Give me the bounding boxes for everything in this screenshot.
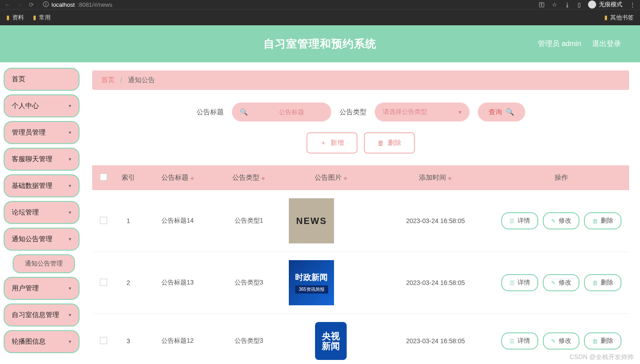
sidebar-item-carousel[interactable]: 轮播图信息▾ (4, 330, 80, 353)
title-input[interactable] (252, 108, 331, 116)
cell-type: 公告类型3 (213, 252, 285, 314)
detail-button[interactable]: ☰详情 (501, 274, 538, 291)
chevron-down-icon: ▾ (69, 183, 71, 189)
address-url[interactable]: ⓘ localhost:8081/#/news (43, 0, 113, 9)
reload-icon[interactable]: ⟳ (29, 1, 34, 8)
chevron-down-icon: ▾ (69, 103, 71, 109)
star-icon[interactable]: ☆ (552, 1, 557, 8)
table-row: 2 公告标题13 公告类型3 时政新闻365资讯简报 2023-03-24 16… (92, 252, 629, 314)
breadcrumb-home[interactable]: 首页 (101, 76, 115, 84)
edit-icon: ✎ (551, 218, 556, 224)
sidebar-item-forum[interactable]: 论坛管理▾ (4, 201, 80, 224)
col-time[interactable]: 添加时间◆ (377, 165, 494, 190)
search-icon: 🔍 (506, 108, 514, 116)
sidebar-item-label: 轮播图信息 (12, 337, 46, 346)
folder-icon: ▮ (6, 14, 9, 21)
browser-address-bar: ← → ⟳ ⓘ localhost:8081/#/news ⚿ ☆ ⭳ ▯ 无痕… (0, 0, 640, 9)
sidebar-item-label: 首页 (12, 75, 25, 84)
cell-image: NEWS (289, 198, 334, 243)
bookmarks-bar: ▮资料 ▮常用 ▮其他书签 (0, 9, 640, 25)
trash-icon: 🗑 (592, 218, 598, 224)
incognito-indicator: 无痕模式 (588, 0, 622, 9)
url-host: localhost (52, 1, 75, 8)
forward-icon[interactable]: → (17, 1, 23, 8)
detail-button[interactable]: ☰详情 (501, 332, 538, 350)
edit-button[interactable]: ✎修改 (543, 274, 579, 291)
row-checkbox[interactable] (100, 279, 107, 286)
sort-icon: ◆ (190, 175, 194, 181)
sidebar-subitem-notice-mgmt[interactable]: 通知公告管理 (13, 254, 75, 273)
sort-icon: ◆ (344, 175, 347, 181)
col-index: 索引 (115, 165, 142, 190)
sidebar-item-admin[interactable]: 管理员管理▾ (4, 121, 80, 144)
download-icon[interactable]: ⭳ (565, 1, 570, 8)
bookmark-folder[interactable]: ▮常用 (33, 14, 51, 22)
app-title: 自习室管理和预约系统 (264, 37, 376, 51)
sidebar-item-chat[interactable]: 客服聊天管理▾ (4, 148, 80, 171)
bookmark-label: 常用 (39, 14, 51, 22)
main-content: 首页 / 通知公告 公告标题 🔍 公告类型 请选择公告类型 ▾ 查询 🔍 ＋新增… (81, 62, 640, 364)
select-all-checkbox[interactable] (100, 173, 107, 181)
edit-button[interactable]: ✎修改 (543, 212, 579, 229)
query-label: 查询 (489, 108, 502, 117)
sidebar-item-user[interactable]: 用户管理▾ (4, 277, 80, 300)
type-select[interactable]: 请选择公告类型 ▾ (375, 103, 470, 121)
search-icon: 🔍 (240, 108, 248, 116)
cell-title: 公告标题13 (142, 252, 213, 314)
trash-icon: 🗑 (377, 139, 384, 147)
sidebar-item-home[interactable]: 首页 (4, 68, 80, 91)
col-title[interactable]: 公告标题◆ (142, 165, 213, 190)
select-placeholder: 请选择公告类型 (383, 108, 427, 116)
sidebar-item-label: 自习室信息管理 (12, 311, 59, 319)
sidebar-item-label: 通知公告管理 (12, 235, 52, 243)
bookmark-other[interactable]: ▮其他书签 (604, 14, 634, 22)
sort-icon: ◆ (448, 175, 452, 181)
sidebar-item-basedata[interactable]: 基础数据管理▾ (4, 174, 80, 197)
sidebar-item-label: 客服聊天管理 (12, 155, 52, 163)
folder-icon: ▮ (604, 14, 607, 21)
back-icon[interactable]: ← (5, 1, 10, 8)
row-delete-button[interactable]: 🗑删除 (584, 212, 621, 229)
cell-type: 公告类型3 (213, 314, 285, 364)
sidebar-item-room[interactable]: 自习室信息管理▾ (4, 303, 80, 327)
chevron-down-icon: ▾ (458, 108, 461, 116)
detail-button[interactable]: ☰详情 (501, 212, 538, 229)
chevron-down-icon: ▾ (69, 156, 71, 162)
sort-icon: ◆ (261, 175, 265, 181)
table-row: 3 公告标题12 公告类型3 央视 新闻 2023-03-24 16:58:05… (92, 314, 629, 364)
edit-button[interactable]: ✎修改 (543, 332, 579, 350)
cell-title: 公告标题12 (142, 314, 213, 364)
breadcrumb-current: 通知公告 (128, 76, 155, 84)
query-button[interactable]: 查询 🔍 (478, 103, 525, 121)
app-header: 自习室管理和预约系统 管理员 admin 退出登录 (0, 25, 640, 62)
add-button[interactable]: ＋新增 (306, 132, 358, 154)
bookmark-folder[interactable]: ▮资料 (6, 14, 24, 22)
row-checkbox[interactable] (100, 337, 107, 344)
trash-icon: 🗑 (592, 338, 598, 345)
edit-icon: ✎ (551, 280, 556, 286)
search-input-title[interactable]: 🔍 (232, 103, 331, 121)
breadcrumb-sep: / (120, 76, 122, 84)
reader-icon[interactable]: ▯ (578, 1, 581, 8)
sidebar-item-label: 用户管理 (12, 284, 39, 293)
row-delete-button[interactable]: 🗑删除 (584, 274, 621, 291)
col-type[interactable]: 公告类型◆ (213, 165, 285, 190)
incognito-label: 无痕模式 (599, 0, 622, 9)
chevron-down-icon: ▾ (69, 130, 71, 135)
delete-button[interactable]: 🗑删除 (364, 132, 415, 154)
cell-time: 2023-03-24 16:58:05 (377, 314, 494, 364)
edit-icon: ✎ (551, 338, 556, 345)
cell-index: 2 (115, 252, 142, 314)
sidebar-item-notice[interactable]: 通知公告管理▾ (4, 228, 80, 251)
row-delete-button[interactable]: 🗑删除 (584, 332, 621, 350)
user-label[interactable]: 管理员 admin (538, 39, 581, 49)
row-checkbox[interactable] (100, 217, 107, 224)
col-image[interactable]: 公告图片◆ (284, 165, 377, 190)
sidebar-item-profile[interactable]: 个人中心▾ (4, 94, 80, 117)
menu-icon[interactable]: ⋮ (630, 1, 635, 8)
logout-link[interactable]: 退出登录 (592, 39, 621, 49)
key-icon[interactable]: ⚿ (539, 1, 545, 8)
cell-time: 2023-03-24 16:58:05 (377, 190, 494, 252)
list-icon: ☰ (509, 280, 515, 286)
chevron-down-icon: ▾ (69, 339, 71, 345)
